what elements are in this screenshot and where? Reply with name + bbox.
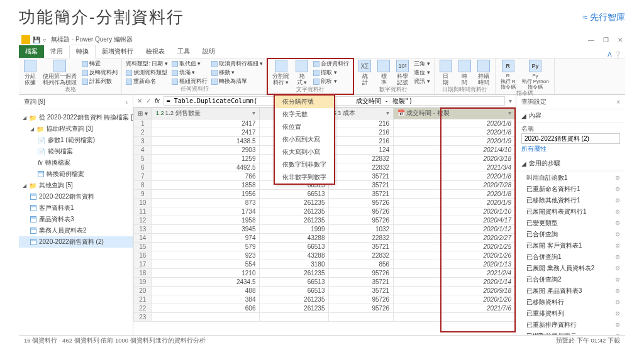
table-row[interactable]: 9195666513357212020/1/8: [134, 190, 516, 199]
scientific-button[interactable]: 10²科學 記號: [395, 60, 410, 86]
rename-button[interactable]: 重新命名: [126, 77, 168, 85]
split-column-button[interactable]: 分割資 料行 ▾: [271, 60, 291, 86]
applied-step[interactable]: 已展開 業務人員資料表2⚙: [516, 263, 625, 274]
col-cost[interactable]: $3 成本▾: [329, 108, 394, 119]
applied-step[interactable]: 已重新排序資料行⚙: [516, 319, 625, 331]
split-by-delimiter[interactable]: 依分隔符號: [275, 96, 334, 108]
standard-button[interactable]: 標 準: [376, 60, 391, 86]
query-name-input[interactable]: [521, 133, 620, 144]
table-row[interactable]: 2048866513357212020/9/18: [134, 287, 516, 295]
merge-columns-button[interactable]: 合併資料行: [313, 60, 349, 68]
tab-view[interactable]: 檢視表: [140, 45, 171, 58]
applied-step[interactable]: 已展開 客戶資料表1⚙: [516, 240, 625, 251]
tab-file[interactable]: 檔案: [19, 45, 44, 58]
to-list-button[interactable]: 轉換為清單: [211, 77, 264, 85]
formula-x-icon[interactable]: ✕: [137, 97, 142, 104]
query-sales[interactable]: 2020-2022銷售資料: [19, 191, 133, 202]
minimize-button[interactable]: —: [588, 36, 594, 43]
help-icon[interactable]: ᐱ ❔: [608, 51, 621, 58]
duration-button[interactable]: 持續 時間: [476, 60, 491, 86]
col-sales-qty[interactable]: 1.21.2 銷售數量▾: [152, 108, 260, 119]
query-param1[interactable]: 📄參數1 (範例檔案): [19, 134, 133, 146]
query-transformfile[interactable]: fx轉換檔案: [19, 157, 133, 168]
table-row[interactable]: 1755431808562020/1/13: [134, 260, 516, 269]
unpivot-button[interactable]: 取消資料行樞紐 ▾: [211, 60, 264, 68]
parse-button[interactable]: 剖析 ▾: [313, 77, 349, 85]
applied-step[interactable]: 已展開 產品資料表3⚙: [516, 285, 625, 297]
split-nondigit-to-digit[interactable]: 依非數字到數字: [275, 171, 334, 184]
fx-icon[interactable]: fx: [155, 97, 160, 104]
trig-button[interactable]: 三角 ▾: [414, 60, 430, 68]
tab-tools[interactable]: 工具: [171, 45, 196, 58]
reverse-rows-button[interactable]: 反轉資料列: [82, 69, 118, 77]
table-row[interactable]: 23: [134, 313, 516, 322]
table-row[interactable]: 1692343288228322020/1/26: [134, 251, 516, 260]
move-button[interactable]: 移動 ▾: [211, 69, 264, 77]
query-samplefile[interactable]: 📄範例檔案: [19, 146, 133, 157]
applied-step[interactable]: 已重新命名資料行1⚙: [516, 184, 625, 195]
use-first-row-button[interactable]: 使用第一個資 料列作為標頭: [42, 60, 78, 86]
extract-button[interactable]: 擷取 ▾: [313, 69, 349, 77]
transpose-button[interactable]: 轉置: [82, 60, 118, 68]
applied-step[interactable]: 已變更類型⚙: [516, 217, 625, 229]
rounding-button[interactable]: 進位 ▾: [414, 69, 430, 77]
run-python-button[interactable]: PyPy 執行 Python 指令碼: [521, 60, 550, 90]
maximize-button[interactable]: ❐: [603, 36, 609, 43]
applied-step[interactable]: 已移除資料行⚙: [516, 297, 625, 308]
content-section[interactable]: ◢內容: [516, 109, 625, 123]
tab-help[interactable]: 說明: [196, 45, 221, 58]
applied-step[interactable]: 已移除其他資料行1⚙: [516, 195, 625, 206]
fill-button[interactable]: 填滿 ▾: [172, 69, 208, 77]
table-row[interactable]: 21384261235957262020/1/20: [134, 295, 516, 304]
format-button[interactable]: 格 式 ▾: [294, 60, 309, 86]
formula-check-icon[interactable]: ✓: [146, 97, 151, 104]
save-icon[interactable]: 💾: [33, 36, 40, 43]
table-row[interactable]: 10873261235957262020/1/9: [134, 199, 516, 207]
query-customers[interactable]: 客戶資料表1: [19, 202, 133, 214]
split-upper-to-lower[interactable]: 依大寫到小寫: [275, 146, 334, 158]
replace-values-button[interactable]: 取代值 ▾: [172, 60, 208, 68]
folder-other[interactable]: ◢📁其他查詢 [5]: [19, 180, 133, 191]
table-row[interactable]: 22606261235957262021/7/6: [134, 304, 516, 313]
split-lower-to-upper[interactable]: 依小寫到大寫: [275, 133, 334, 146]
split-digit-to-nondigit[interactable]: 依數字到非數字: [275, 158, 334, 171]
table-row[interactable]: 133945199910322020/1/12: [134, 225, 516, 234]
folder-helper[interactable]: ◢📁協助程式查詢 [3]: [19, 123, 133, 134]
data-type-button[interactable]: 資料類型: 日期 ▾: [126, 60, 168, 68]
applied-step[interactable]: 已合併查詢2⚙: [516, 274, 625, 285]
info-button[interactable]: 資訊 ▾: [414, 77, 430, 85]
table-row[interactable]: 111734261235957262020/1/10: [134, 207, 516, 216]
applied-steps-section[interactable]: ◢套用的步驟: [516, 157, 625, 170]
applied-step[interactable]: 已重排資料列⚙: [516, 308, 625, 319]
all-properties-link[interactable]: 所有屬性: [521, 144, 620, 155]
collapse-queries-icon[interactable]: ‹: [126, 99, 128, 106]
query-products[interactable]: 產品資料表3: [19, 214, 133, 225]
query-transformsample[interactable]: 轉換範例檔案: [19, 168, 133, 180]
applied-step[interactable]: 已展開資料表資料行1⚙: [516, 206, 625, 217]
tab-home[interactable]: 常用: [44, 45, 69, 58]
split-by-charcount[interactable]: 依字元數: [275, 108, 334, 121]
query-salesperson[interactable]: 業務人員資料表2: [19, 225, 133, 236]
close-settings-icon[interactable]: ×: [616, 99, 620, 106]
close-button[interactable]: ✕: [618, 36, 623, 43]
col-transaction-time-copy[interactable]: 📅成交時間 - 複製▾: [394, 108, 516, 119]
tab-addcolumn[interactable]: 新增資料行: [96, 45, 140, 58]
date-button[interactable]: 日 期: [438, 60, 453, 86]
query-sales2[interactable]: 2020-2022銷售資料 (2): [19, 236, 133, 248]
folder-root[interactable]: ◢📁從 2020-2022銷售資料 轉換檔案 [2]: [19, 112, 133, 123]
formula-dropdown-icon[interactable]: ▾: [509, 97, 512, 104]
table-row[interactable]: 192434.566513357212020/1/14: [134, 278, 516, 287]
applied-step[interactable]: 叫用自訂函數1⚙: [516, 172, 625, 184]
run-r-button[interactable]: RR 執行 R 指令碼: [499, 60, 517, 90]
group-by-button[interactable]: 分組 依據: [23, 60, 38, 86]
table-row[interactable]: 181210261235957262021/2/4: [134, 269, 516, 278]
tab-transform[interactable]: 轉換: [69, 45, 96, 58]
count-rows-button[interactable]: 計算列數: [82, 77, 118, 85]
applied-step[interactable]: 已合併查詢1⚙: [516, 251, 625, 263]
table-row[interactable]: 1557966513357212020/1/25: [134, 243, 516, 251]
applied-step[interactable]: 已擷取前幾個字元⚙: [516, 331, 625, 335]
split-by-position[interactable]: 依位置: [275, 121, 334, 133]
table-row[interactable]: 1497443288228322020/2/27: [134, 234, 516, 243]
statistics-button[interactable]: XΣ統 計: [357, 60, 372, 86]
time-button[interactable]: 時 間: [457, 60, 472, 86]
